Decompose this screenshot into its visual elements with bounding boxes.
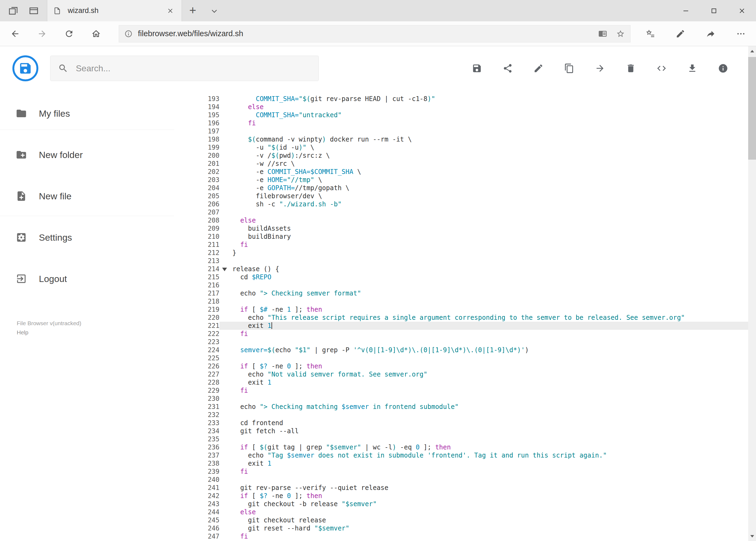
filebrowser-logo-icon[interactable] <box>12 55 38 81</box>
code-line[interactable]: 214release () { <box>174 265 748 273</box>
code-text[interactable]: else <box>232 508 748 516</box>
sidebar-item-logout[interactable]: Logout <box>0 268 174 290</box>
scroll-up-icon[interactable] <box>748 46 756 56</box>
code-text[interactable]: release () { <box>232 265 748 273</box>
more-options-icon[interactable] <box>726 22 756 46</box>
code-line[interactable]: 239 fi <box>174 467 748 476</box>
code-text[interactable]: if [ $# -ne 1 ]; then <box>232 305 748 313</box>
forward-button[interactable] <box>29 22 56 46</box>
reading-view-icon[interactable] <box>599 29 607 38</box>
code-text[interactable]: cd frontend <box>232 419 748 427</box>
sidebar-item-my-files[interactable]: My files <box>0 102 174 125</box>
code-line[interactable]: 234 git fetch --all <box>174 427 748 435</box>
code-text[interactable]: buildBinary <box>232 233 748 241</box>
hub-favorites-icon[interactable] <box>635 22 665 46</box>
search-box[interactable] <box>50 56 319 81</box>
code-line[interactable]: 196 fi <box>174 119 748 127</box>
code-line[interactable]: 227 echo "Not valid semver format. See s… <box>174 370 748 378</box>
code-line[interactable]: 198 $(command -v winpty) docker run --rm… <box>174 135 748 144</box>
code-line[interactable]: 221 exit 1 <box>174 322 748 330</box>
code-text[interactable]: -e HOME="//tmp" \ <box>232 176 748 184</box>
code-text[interactable]: echo "> Checking semver format" <box>232 289 748 297</box>
code-text[interactable]: COMMIT_SHA="untracked" <box>232 111 748 119</box>
code-text[interactable]: $(command -v winpty) docker run --rm -it… <box>232 135 748 144</box>
code-line[interactable]: 225 <box>174 354 748 362</box>
code-text[interactable]: fi <box>232 119 748 127</box>
address-bar[interactable]: filebrowser.web/files/wizard.sh <box>119 25 630 42</box>
code-line[interactable]: 235 <box>174 435 748 443</box>
code-text[interactable]: else <box>232 103 748 111</box>
code-line[interactable]: 219 if [ $# -ne 1 ]; then <box>174 305 748 313</box>
code-line[interactable]: 205 filebrowser/dev \ <box>174 192 748 200</box>
scrollbar-thumb[interactable] <box>748 57 756 160</box>
tab-dropdown-button[interactable] <box>203 0 225 21</box>
code-text[interactable]: git checkout -b release "$semver" <box>232 500 748 508</box>
code-editor[interactable]: 193 COMMIT_SHA="$(git rev-parse HEAD | c… <box>174 91 748 541</box>
copy-icon[interactable] <box>563 62 575 74</box>
code-line[interactable]: 210 buildBinary <box>174 233 748 241</box>
scroll-down-icon[interactable] <box>748 531 756 541</box>
home-button[interactable] <box>83 22 110 46</box>
code-line[interactable]: 226 if [ $? -ne 0 ]; then <box>174 362 748 370</box>
code-line[interactable]: 229 fi <box>174 386 748 395</box>
code-text[interactable] <box>232 411 748 419</box>
code-text[interactable]: filebrowser/dev \ <box>232 192 748 200</box>
code-text[interactable] <box>232 435 748 443</box>
code-text[interactable] <box>232 281 748 289</box>
code-line[interactable]: 217 echo "> Checking semver format" <box>174 289 748 297</box>
code-text[interactable]: echo "Not valid semver format. See semve… <box>232 370 748 378</box>
minimize-button[interactable] <box>672 0 700 21</box>
edit-icon[interactable] <box>533 62 544 74</box>
code-text[interactable] <box>232 127 748 135</box>
site-info-icon[interactable] <box>125 30 132 38</box>
code-line[interactable]: 200 -v /$(pwd):/src:z \ <box>174 152 748 160</box>
code-line[interactable]: 209 buildAssets <box>174 225 748 233</box>
code-line[interactable]: 206 sh -c "./wizard.sh -b" <box>174 200 748 208</box>
code-text[interactable] <box>232 354 748 362</box>
share-icon[interactable] <box>502 62 514 74</box>
code-text[interactable] <box>232 257 748 265</box>
code-text[interactable]: if [ $(git tag | grep "$semver" | wc -l)… <box>232 443 748 451</box>
code-line[interactable]: 246 git reset --hard "$semver" <box>174 524 748 532</box>
set-tabs-aside-icon[interactable] <box>7 5 19 17</box>
code-text[interactable]: if [ $? -ne 0 ]; then <box>232 492 748 500</box>
share-page-icon[interactable] <box>695 22 726 46</box>
code-line[interactable]: 207 <box>174 208 748 216</box>
help-link[interactable]: Help <box>17 328 81 337</box>
code-text[interactable]: -e COMMIT_SHA=$COMMIT_SHA \ <box>232 168 748 176</box>
code-text[interactable]: exit 1 <box>232 378 748 386</box>
code-text[interactable]: fi <box>232 330 748 338</box>
web-note-pen-icon[interactable] <box>665 22 695 46</box>
maximize-button[interactable] <box>700 0 728 21</box>
code-text[interactable]: -u "$(id -u)" \ <box>232 144 748 152</box>
code-line[interactable]: 223 <box>174 338 748 346</box>
code-line[interactable]: 244 else <box>174 508 748 516</box>
code-line[interactable]: 199 -u "$(id -u)" \ <box>174 144 748 152</box>
code-line[interactable]: 213 <box>174 257 748 265</box>
new-tab-button[interactable]: + <box>182 0 203 21</box>
code-line[interactable]: 233 cd frontend <box>174 419 748 427</box>
code-line[interactable]: 241 git rev-parse --verify --quiet relea… <box>174 484 748 492</box>
sidebar-item-settings[interactable]: Settings <box>0 226 174 249</box>
code-line[interactable]: 231 echo "> Checking matching $semver in… <box>174 403 748 411</box>
code-line[interactable]: 197 <box>174 127 748 135</box>
code-line[interactable]: 224 semver=$(echo "$1" | grep -P '^v(0|[… <box>174 346 748 354</box>
code-line[interactable]: 204 -e GOPATH=//tmp/gopath \ <box>174 184 748 192</box>
download-icon[interactable] <box>686 62 698 74</box>
refresh-button[interactable] <box>56 22 83 46</box>
code-text[interactable]: -e GOPATH=//tmp/gopath \ <box>232 184 748 192</box>
code-line[interactable]: 230 <box>174 395 748 403</box>
code-line[interactable]: 202 -e COMMIT_SHA=$COMMIT_SHA \ <box>174 168 748 176</box>
code-text[interactable]: fi <box>232 467 748 476</box>
tab-close-icon[interactable] <box>165 5 176 16</box>
code-text[interactable]: COMMIT_SHA="$(git rev-parse HEAD | cut -… <box>232 95 748 103</box>
code-text[interactable]: echo "> Checking matching $semver in fro… <box>232 403 748 411</box>
code-text[interactable] <box>232 476 748 484</box>
code-text[interactable]: else <box>232 216 748 225</box>
code-line[interactable]: 232 <box>174 411 748 419</box>
tab-previews-icon[interactable] <box>28 5 40 17</box>
code-line[interactable]: 242 if [ $? -ne 0 ]; then <box>174 492 748 500</box>
search-input[interactable] <box>75 63 311 74</box>
code-line[interactable]: 240 <box>174 476 748 484</box>
code-line[interactable]: 220 echo "This release script requires a… <box>174 313 748 322</box>
